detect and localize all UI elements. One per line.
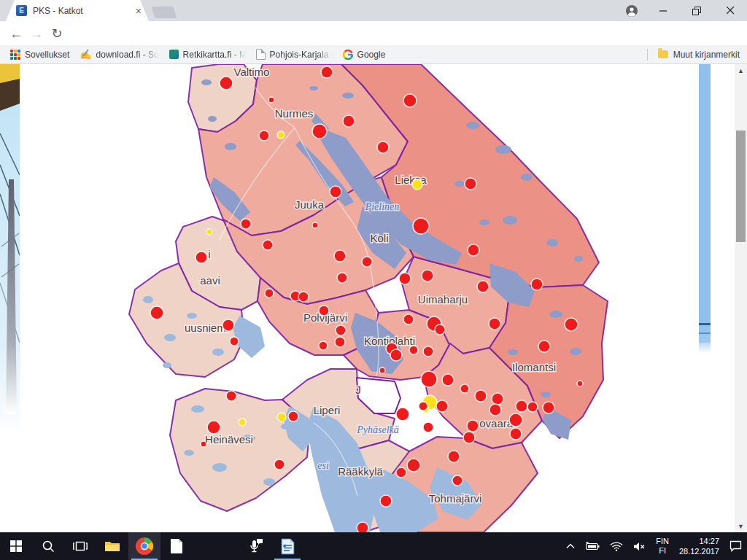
outage-dot[interactable] bbox=[465, 178, 476, 190]
outage-dot[interactable] bbox=[413, 218, 429, 234]
outage-dot[interactable] bbox=[377, 141, 389, 153]
writer-button[interactable] bbox=[271, 532, 303, 560]
bookmark-apps[interactable]: Sovellukset bbox=[10, 50, 69, 60]
reload-icon[interactable]: ↻ bbox=[47, 23, 67, 44]
outage-dot[interactable] bbox=[319, 306, 329, 316]
outage-dot[interactable] bbox=[337, 273, 347, 283]
outage-dot[interactable] bbox=[463, 432, 475, 443]
outage-dot[interactable] bbox=[274, 459, 285, 470]
outage-dot[interactable] bbox=[206, 229, 212, 235]
outage-dot[interactable] bbox=[423, 346, 433, 357]
outage-dot[interactable] bbox=[343, 115, 355, 127]
outage-dot[interactable] bbox=[516, 400, 527, 412]
outage-dot[interactable] bbox=[312, 124, 327, 139]
language-indicator[interactable]: FINFI bbox=[651, 532, 674, 560]
profile-icon[interactable] bbox=[617, 1, 646, 21]
outage-dot[interactable] bbox=[319, 341, 328, 350]
outage-dot[interactable] bbox=[265, 289, 274, 298]
outage-dot[interactable] bbox=[448, 451, 460, 462]
outage-dot[interactable] bbox=[399, 273, 411, 284]
outage-dot[interactable] bbox=[396, 467, 406, 478]
outage-dot[interactable] bbox=[435, 324, 445, 335]
outage-dot[interactable] bbox=[336, 325, 346, 335]
outage-dot[interactable] bbox=[492, 393, 503, 405]
bookmark-downloadfi[interactable]: ✍ download.fi - Suome bbox=[80, 49, 158, 60]
outage-dot[interactable] bbox=[422, 270, 433, 281]
outage-dot[interactable] bbox=[222, 319, 234, 331]
outage-dot[interactable] bbox=[330, 186, 341, 198]
outage-dot[interactable] bbox=[489, 404, 501, 416]
outage-dot[interactable] bbox=[379, 368, 385, 373]
outage-dot[interactable] bbox=[207, 421, 220, 434]
file-explorer-button[interactable] bbox=[96, 532, 128, 560]
tray-chevron-up-icon[interactable] bbox=[561, 532, 580, 560]
outage-dot[interactable] bbox=[403, 94, 417, 107]
outage-dot[interactable] bbox=[362, 257, 372, 267]
minimize-button[interactable] bbox=[646, 1, 680, 21]
outage-dot[interactable] bbox=[277, 413, 286, 421]
bookmark-retkikartta[interactable]: Retkikartta.fi - Metsä bbox=[169, 50, 246, 60]
outage-dot[interactable] bbox=[357, 522, 368, 532]
outage-dot[interactable] bbox=[196, 252, 207, 263]
outage-dot[interactable] bbox=[277, 131, 285, 139]
outage-dot[interactable] bbox=[527, 402, 538, 412]
outage-dot[interactable] bbox=[477, 281, 489, 292]
outage-dot[interactable] bbox=[201, 441, 206, 447]
libreoffice-button[interactable] bbox=[160, 532, 193, 560]
outage-dot[interactable] bbox=[565, 318, 578, 331]
outage-dot[interactable] bbox=[543, 402, 554, 413]
close-button[interactable] bbox=[713, 1, 747, 21]
outage-dot[interactable] bbox=[531, 279, 543, 290]
new-tab-button[interactable] bbox=[151, 7, 177, 18]
outage-dot[interactable] bbox=[380, 495, 392, 507]
page-scrollbar[interactable]: ▲ ▼ bbox=[735, 64, 747, 532]
outage-dot[interactable] bbox=[409, 346, 418, 354]
outage-dot[interactable] bbox=[436, 400, 448, 412]
outage-dot[interactable] bbox=[263, 240, 273, 250]
battery-icon[interactable] bbox=[580, 532, 605, 560]
outage-dot[interactable] bbox=[390, 349, 402, 361]
outage-dot[interactable] bbox=[334, 250, 346, 262]
outage-dot[interactable] bbox=[468, 244, 479, 256]
outage-dot[interactable] bbox=[510, 428, 522, 440]
outage-dot[interactable] bbox=[239, 419, 246, 426]
taskbar-clock[interactable]: 14:2728.12.2017 bbox=[674, 532, 724, 560]
restore-button[interactable] bbox=[680, 1, 713, 21]
outage-dot[interactable] bbox=[335, 337, 345, 347]
back-icon[interactable]: ← bbox=[6, 23, 26, 44]
outage-dot[interactable] bbox=[396, 408, 409, 421]
outage-dot[interactable] bbox=[230, 337, 239, 346]
chrome-button[interactable] bbox=[128, 532, 160, 560]
outage-dot[interactable] bbox=[577, 381, 583, 386]
outage-dot[interactable] bbox=[226, 391, 236, 401]
scrollbar-thumb[interactable] bbox=[736, 131, 746, 242]
outage-dot[interactable] bbox=[150, 306, 163, 319]
outage-dot[interactable] bbox=[460, 384, 469, 393]
wifi-icon[interactable] bbox=[605, 532, 628, 560]
outage-dot[interactable] bbox=[509, 413, 522, 427]
speech-button[interactable] bbox=[239, 532, 271, 560]
bookmark-pohjois-karjala[interactable]: Pohjois-Karjala matka bbox=[256, 49, 333, 60]
outage-dot[interactable] bbox=[241, 219, 251, 229]
task-view-button[interactable] bbox=[64, 532, 96, 560]
outage-dot[interactable] bbox=[412, 179, 422, 190]
outage-dot[interactable] bbox=[475, 390, 487, 402]
outage-dot[interactable] bbox=[423, 422, 433, 432]
outage-dot[interactable] bbox=[259, 131, 269, 141]
outage-dot[interactable] bbox=[467, 420, 479, 432]
outage-dot[interactable] bbox=[442, 374, 454, 386]
outage-dot[interactable] bbox=[419, 402, 427, 411]
outage-dot[interactable] bbox=[288, 411, 298, 421]
tab-close-icon[interactable]: × bbox=[134, 5, 143, 17]
outage-dot[interactable] bbox=[268, 97, 274, 103]
outage-dot[interactable] bbox=[489, 318, 500, 330]
outage-dot[interactable] bbox=[407, 459, 420, 472]
browser-tab[interactable]: E PKS - Katkot × bbox=[6, 0, 149, 21]
outage-dot[interactable] bbox=[298, 292, 309, 302]
volume-muted-icon[interactable] bbox=[628, 532, 651, 560]
scroll-down-icon[interactable]: ▼ bbox=[735, 520, 747, 532]
action-center-icon[interactable] bbox=[724, 532, 747, 560]
outage-dot[interactable] bbox=[321, 66, 333, 78]
scroll-up-icon[interactable]: ▲ bbox=[735, 64, 747, 77]
start-button[interactable] bbox=[0, 532, 32, 560]
